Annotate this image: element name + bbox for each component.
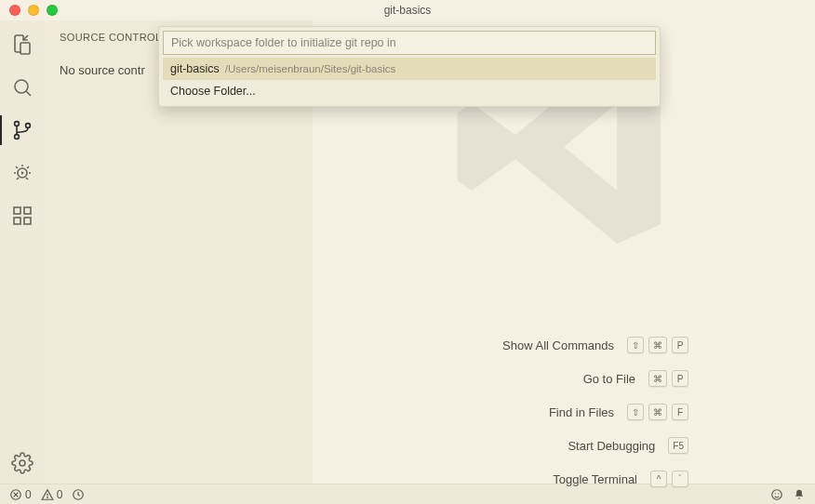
keycap: ^: [650, 471, 667, 487]
status-notifications[interactable]: [793, 488, 806, 501]
history-icon: [72, 488, 85, 501]
extensions-icon: [11, 205, 33, 227]
keycap: P: [672, 370, 688, 387]
shortcut-keys: ^ `: [650, 471, 688, 487]
explorer-tab[interactable]: [9, 32, 35, 58]
quick-pick-item[interactable]: Choose Folder...: [163, 80, 656, 102]
svg-point-0: [15, 80, 28, 93]
source-control-tab[interactable]: [9, 117, 35, 143]
keycap: ⌘: [648, 337, 667, 353]
bug-icon: [11, 162, 33, 184]
keycap: P: [672, 337, 688, 353]
svg-point-16: [47, 497, 47, 497]
status-errors[interactable]: 0: [9, 488, 32, 501]
search-icon: [11, 76, 33, 99]
welcome-shortcuts: Show All Commands ⇧ ⌘ P Go to File ⌘ P F…: [502, 337, 688, 487]
svg-point-3: [15, 135, 20, 139]
svg-rect-8: [14, 218, 20, 224]
quick-pick-list: git-basics /Users/meisenbraun/Sites/git-…: [163, 58, 656, 102]
git-branch-icon: [11, 119, 33, 141]
quick-pick-item-name: git-basics: [170, 62, 220, 75]
settings-gear[interactable]: [9, 450, 35, 476]
svg-rect-9: [24, 218, 31, 224]
quick-pick-item-path: /Users/meisenbraun/Sites/git-basics: [225, 63, 395, 74]
smiley-icon: [770, 488, 783, 501]
quick-pick-dialog: git-basics /Users/meisenbraun/Sites/git-…: [158, 26, 661, 107]
shortcut-keys: F5: [668, 437, 688, 454]
shortcut-row: Find in Files ⇧ ⌘ F: [502, 404, 688, 420]
svg-rect-7: [14, 207, 20, 214]
shortcut-row: Toggle Terminal ^ `: [502, 471, 688, 487]
svg-line-1: [26, 91, 31, 96]
keycap: ⌘: [648, 370, 667, 387]
status-tasks[interactable]: [72, 488, 85, 501]
keycap: ⇧: [627, 404, 644, 420]
keycap: ⇧: [627, 337, 644, 353]
svg-point-19: [775, 493, 776, 494]
status-warnings[interactable]: 0: [41, 488, 63, 501]
window-controls: [9, 5, 58, 16]
error-icon: [9, 488, 22, 501]
minimize-window-button[interactable]: [28, 5, 39, 16]
status-feedback[interactable]: [770, 488, 783, 501]
quick-pick-item[interactable]: git-basics /Users/meisenbraun/Sites/git-…: [163, 58, 656, 80]
keycap: ⌘: [648, 404, 667, 420]
svg-point-4: [26, 124, 31, 128]
shortcut-label: Toggle Terminal: [553, 472, 637, 486]
shortcut-row: Start Debugging F5: [502, 437, 688, 454]
quick-pick-item-name: Choose Folder...: [170, 85, 256, 98]
shortcut-label: Find in Files: [549, 405, 614, 419]
shortcut-keys: ⇧ ⌘ F: [627, 404, 688, 420]
statusbar: 0 0: [0, 484, 815, 504]
shortcut-row: Go to File ⌘ P: [502, 370, 688, 387]
debug-tab[interactable]: [9, 160, 35, 186]
warnings-count: 0: [57, 488, 63, 501]
window-title: git-basics: [0, 4, 815, 17]
keycap: F5: [668, 437, 688, 454]
gear-icon: [11, 452, 33, 474]
keycap: F: [672, 404, 688, 420]
svg-marker-6: [21, 171, 24, 175]
shortcut-label: Show All Commands: [502, 338, 614, 352]
titlebar: git-basics: [0, 0, 815, 20]
activity-bar: [0, 20, 45, 484]
shortcut-label: Start Debugging: [568, 439, 655, 453]
search-tab[interactable]: [9, 74, 35, 100]
svg-point-20: [778, 493, 779, 494]
files-icon: [11, 33, 33, 56]
warning-icon: [41, 488, 54, 501]
extensions-tab[interactable]: [9, 203, 35, 229]
svg-point-11: [20, 460, 25, 466]
svg-point-2: [15, 122, 20, 126]
quick-pick-input[interactable]: [163, 31, 656, 55]
keycap: `: [672, 471, 688, 487]
shortcut-label: Go to File: [583, 372, 635, 386]
shortcut-keys: ⌘ P: [648, 370, 688, 387]
shortcut-keys: ⇧ ⌘ P: [627, 337, 688, 353]
svg-rect-10: [24, 207, 31, 214]
svg-point-18: [772, 489, 782, 499]
maximize-window-button[interactable]: [47, 5, 58, 16]
errors-count: 0: [25, 488, 32, 501]
bell-icon: [793, 488, 806, 501]
close-window-button[interactable]: [9, 5, 20, 16]
shortcut-row: Show All Commands ⇧ ⌘ P: [502, 337, 688, 353]
